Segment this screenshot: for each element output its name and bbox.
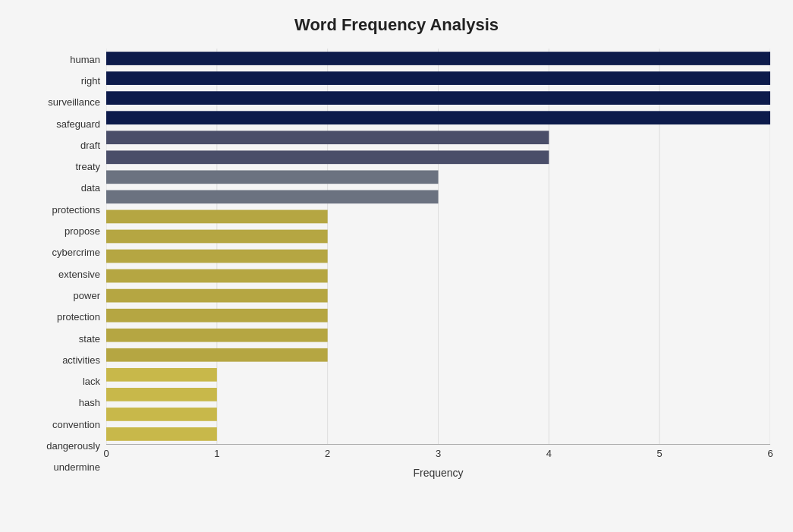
y-label-propose: propose [23, 226, 100, 236]
bar-surveillance [106, 91, 770, 105]
bar-hash [106, 368, 217, 382]
y-label-protection: protection [23, 312, 100, 322]
bar-propose [106, 210, 328, 224]
y-label-extensive: extensive [23, 269, 100, 279]
x-tick-2: 2 [325, 448, 330, 459]
y-label-state: state [23, 334, 100, 344]
bar-convention [106, 388, 217, 401]
y-label-convention: convention [23, 420, 100, 430]
y-label-undermine: undermine [23, 462, 100, 472]
y-label-power: power [23, 291, 100, 301]
y-label-draft: draft [23, 140, 100, 150]
bar-undermine [106, 427, 217, 441]
x-tick-3: 3 [436, 448, 441, 459]
y-label-human: human [23, 55, 100, 65]
bar-activities [106, 329, 328, 342]
y-label-surveillance: surveillance [23, 97, 100, 107]
y-label-protections: protections [23, 205, 100, 215]
bar-lack [106, 348, 328, 362]
y-label-safeguard: safeguard [23, 119, 100, 129]
bar-protection [106, 289, 328, 303]
bar-power [106, 269, 328, 283]
bar-dangerously [106, 408, 217, 421]
bar-human [106, 52, 770, 65]
bar-draft [106, 131, 549, 144]
x-axis: 0123456 Frequency [106, 444, 770, 478]
x-tick-4: 4 [546, 448, 552, 459]
y-label-cybercrime: cybercrime [23, 247, 100, 257]
x-tick-1: 1 [214, 448, 219, 459]
y-axis: humanrightsurveillancesafeguarddrafttrea… [23, 49, 106, 478]
bars-area [106, 49, 770, 444]
bar-right [106, 71, 770, 85]
y-label-dangerously: dangerously [23, 441, 100, 451]
y-label-activities: activities [23, 355, 100, 365]
y-label-treaty: treaty [23, 162, 100, 172]
bar-cybercrime [106, 230, 328, 244]
y-label-hash: hash [23, 398, 100, 408]
bar-protections [106, 190, 439, 204]
chart-container: Word Frequency Analysis humanrightsurvei… [0, 0, 793, 532]
x-tick-5: 5 [657, 448, 662, 459]
bar-data [106, 170, 439, 184]
bar-safeguard [106, 111, 770, 124]
x-tick-0: 0 [103, 448, 109, 459]
x-tick-6: 6 [767, 448, 773, 459]
chart-svg [106, 49, 770, 444]
y-label-lack: lack [23, 376, 100, 386]
bar-state [106, 309, 328, 323]
chart-title: Word Frequency Analysis [23, 15, 770, 35]
bar-extensive [106, 250, 328, 263]
x-axis-label: Frequency [106, 467, 770, 479]
y-label-right: right [23, 76, 100, 86]
y-label-data: data [23, 183, 100, 193]
bar-treaty [106, 150, 549, 164]
